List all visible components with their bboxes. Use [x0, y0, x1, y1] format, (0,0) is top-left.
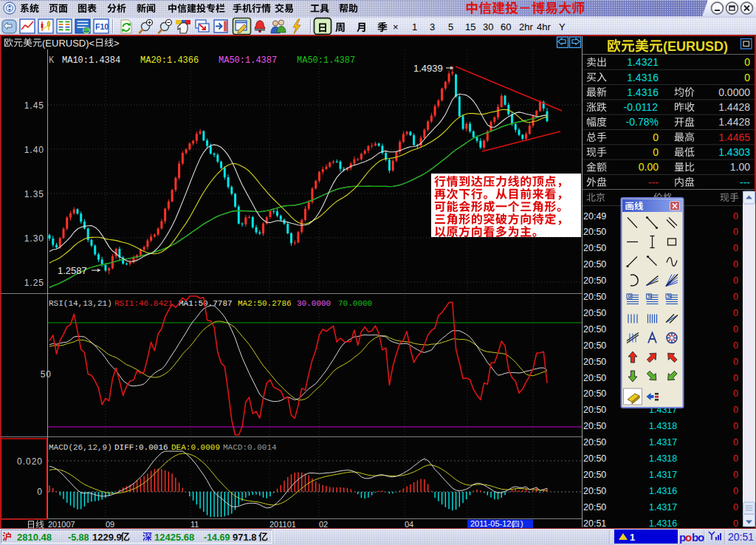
svg-text:MA2:50.2786: MA2:50.2786 [238, 299, 292, 308]
svg-text:0: 0 [733, 502, 738, 513]
svg-text:MA20:1.4366: MA20:1.4366 [140, 55, 199, 66]
svg-text:F10: F10 [95, 22, 109, 31]
svg-text:0.020: 0.020 [17, 456, 43, 467]
svg-text:12425.68: 12425.68 [154, 532, 194, 543]
svg-text:(EURUSD)<: (EURUSD)< [42, 38, 94, 49]
svg-text:20:50: 20:50 [583, 470, 606, 480]
svg-text:0: 0 [733, 340, 738, 351]
svg-text:20:50: 20:50 [583, 388, 606, 399]
svg-text:1: 1 [412, 21, 417, 32]
svg-text:0: 0 [733, 518, 738, 529]
svg-text:(EURUSD): (EURUSD) [663, 39, 728, 54]
svg-text:%: % [647, 293, 652, 298]
svg-text:-5.88: -5.88 [68, 532, 89, 543]
svg-text:0.0000: 0.0000 [718, 86, 750, 98]
svg-text:0: 0 [744, 72, 750, 83]
svg-text:-0.0112: -0.0112 [624, 101, 659, 113]
svg-text:1.4939: 1.4939 [413, 63, 443, 74]
svg-text:20:50: 20:50 [583, 502, 606, 513]
svg-text:09: 09 [106, 520, 114, 529]
svg-text:20:50: 20:50 [583, 259, 606, 270]
svg-text:1.4316: 1.4316 [649, 518, 677, 529]
svg-text:1.4316: 1.4316 [649, 486, 677, 496]
svg-text:20:51: 20:51 [583, 518, 606, 529]
svg-text:0: 0 [733, 324, 738, 335]
svg-text:20:50: 20:50 [583, 227, 606, 237]
svg-text:0: 0 [733, 275, 738, 286]
svg-text:---: --- [648, 176, 659, 188]
svg-text:0.00: 0.00 [639, 161, 659, 173]
svg-text:o: o [698, 531, 704, 544]
svg-text:20:50: 20:50 [583, 421, 606, 431]
svg-text:o: o [685, 531, 692, 544]
svg-text:20:50: 20:50 [583, 486, 606, 496]
svg-text:MA50:1.4387: MA50:1.4387 [219, 55, 277, 66]
svg-text:20:50: 20:50 [583, 324, 606, 335]
svg-text:2011-05-12(: 2011-05-12( [470, 519, 514, 528]
svg-text:×: × [393, 21, 399, 32]
svg-text:02: 02 [319, 520, 328, 529]
svg-text:0: 0 [733, 259, 738, 270]
svg-text:0: 0 [733, 486, 738, 496]
svg-text:0: 0 [733, 308, 738, 318]
svg-text:1: 1 [630, 532, 635, 543]
svg-text:0: 0 [733, 437, 738, 448]
svg-text:MA50:1.4387: MA50:1.4387 [297, 55, 355, 66]
svg-text:5: 5 [448, 21, 453, 32]
svg-text:4hr: 4hr [537, 21, 551, 32]
svg-text:20:50: 20:50 [583, 405, 606, 415]
svg-text:15: 15 [465, 21, 475, 32]
svg-text:0: 0 [733, 211, 738, 222]
svg-text:K: K [49, 55, 55, 66]
svg-text:1.2587: 1.2587 [58, 265, 87, 276]
svg-text:): ) [520, 519, 523, 528]
svg-text:DIFF:0.0016: DIFF:0.0016 [114, 443, 168, 452]
svg-text:50: 50 [41, 369, 52, 380]
svg-text:2810.48: 2810.48 [17, 532, 52, 543]
svg-text:3: 3 [430, 21, 435, 32]
svg-text:2hr: 2hr [519, 21, 533, 32]
svg-text:RSI1:46.8421: RSI1:46.8421 [114, 299, 173, 308]
svg-text:20:50: 20:50 [583, 292, 606, 302]
svg-text:1.30: 1.30 [24, 233, 44, 244]
svg-text:1.25: 1.25 [24, 278, 44, 288]
svg-text:20:51: 20:51 [728, 531, 754, 543]
svg-text:0: 0 [733, 470, 738, 480]
svg-text:MA10:1.4384: MA10:1.4384 [62, 55, 120, 66]
svg-text:1.4318: 1.4318 [649, 421, 677, 431]
svg-text:0: 0 [733, 292, 738, 302]
svg-text:1.4317: 1.4317 [649, 437, 677, 448]
svg-text:G: G [628, 293, 632, 298]
svg-text:20:50: 20:50 [583, 340, 606, 351]
svg-text:70.0000: 70.0000 [338, 299, 372, 308]
svg-text:1.45: 1.45 [24, 100, 44, 111]
svg-text:1229.9: 1229.9 [92, 532, 122, 543]
svg-text:0: 0 [733, 373, 738, 383]
svg-text:0: 0 [653, 131, 659, 143]
svg-text:0: 0 [37, 487, 43, 497]
svg-text:1.4317: 1.4317 [649, 502, 677, 513]
svg-text:0: 0 [733, 388, 738, 399]
svg-text:20:50: 20:50 [583, 437, 606, 448]
svg-text:0: 0 [733, 453, 738, 464]
svg-text:30.0000: 30.0000 [297, 299, 331, 308]
svg-text:RSI(14,13,21): RSI(14,13,21) [49, 299, 112, 308]
svg-text:-0.78%: -0.78% [626, 116, 659, 128]
svg-text:1.4316: 1.4316 [627, 86, 659, 98]
svg-text:1.4303: 1.4303 [718, 146, 750, 158]
svg-text:0: 0 [744, 56, 750, 68]
svg-text:20:50: 20:50 [583, 308, 606, 318]
svg-text:20:50: 20:50 [583, 243, 606, 253]
svg-text:0: 0 [733, 243, 738, 253]
svg-text:1.4321: 1.4321 [627, 56, 659, 68]
svg-text:60: 60 [501, 21, 511, 32]
svg-text:201101: 201101 [269, 520, 296, 529]
svg-text:0: 0 [733, 405, 738, 415]
svg-text:>: > [114, 38, 120, 49]
svg-text:0: 0 [733, 421, 738, 431]
svg-text:20:50: 20:50 [583, 373, 606, 383]
svg-text:20:50: 20:50 [583, 357, 606, 367]
svg-text:30: 30 [483, 21, 493, 32]
svg-text:1.4428: 1.4428 [718, 101, 750, 113]
svg-text:0: 0 [733, 227, 738, 237]
